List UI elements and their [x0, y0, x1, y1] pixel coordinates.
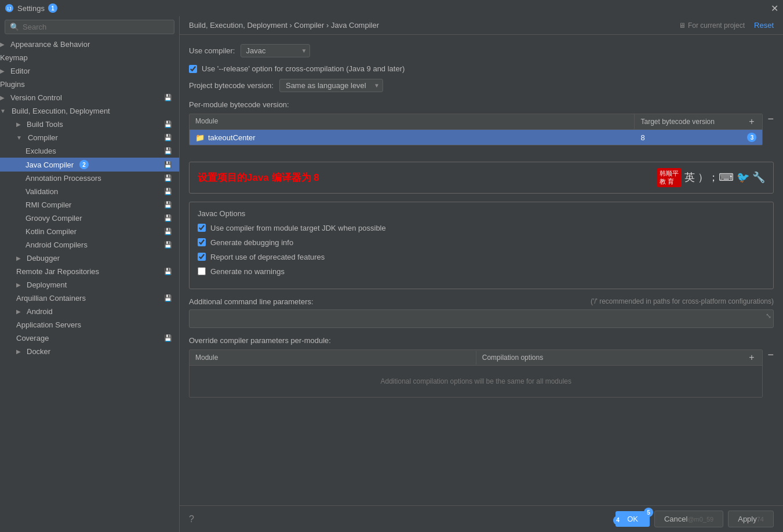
sidebar-item-build-tools[interactable]: ▶ Build Tools 💾	[0, 118, 179, 131]
sidebar-item-docker[interactable]: ▶ Docker	[0, 345, 179, 358]
generate-no-warnings-checkbox[interactable]	[198, 267, 206, 275]
sidebar-item-rmi[interactable]: RMI Compiler 💾	[0, 198, 179, 212]
sidebar-label-plugins: Plugins	[0, 80, 25, 89]
compiler-select-wrapper[interactable]: Javac Eclipse Ajc ▼	[241, 44, 310, 57]
sidebar-item-deployment[interactable]: ▶ Deployment	[0, 278, 179, 291]
use-module-target-checkbox[interactable]	[198, 224, 206, 232]
expand-arrow-docker: ▶	[16, 348, 21, 355]
annotation-text: 设置项目的Java 编译器为 8	[198, 171, 319, 184]
expand-arrow-appearance: ▶	[0, 41, 5, 48]
sidebar-item-arquillian[interactable]: Arquillian Containers 💾	[0, 291, 179, 305]
window-title: Settings	[17, 4, 45, 13]
sidebar-item-java-compiler[interactable]: Java Compiler 2 💾	[0, 158, 179, 172]
right-panel: Build, Execution, Deployment › Compiler …	[180, 16, 783, 532]
sidebar-item-build-execution[interactable]: ▼ Build, Execution, Deployment	[0, 104, 179, 118]
remove-module-button[interactable]: −	[767, 114, 774, 124]
bytecode-version-select[interactable]: Same as language level 8 11 17	[279, 79, 383, 92]
help-button[interactable]: ?	[189, 514, 194, 524]
sidebar-item-android[interactable]: ▶ Android	[0, 305, 179, 318]
apply-button[interactable]: Apply74	[728, 511, 774, 527]
sidebar-label-editor: Editor	[10, 67, 30, 75]
save-icon-android-compilers: 💾	[164, 241, 172, 249]
add-module-button[interactable]: +	[746, 117, 756, 126]
sidebar-item-annotation[interactable]: Annotation Processors 💾	[0, 172, 179, 185]
javac-section: Javac Options Use compiler from module t…	[189, 202, 774, 289]
sidebar-item-compiler[interactable]: ▼ Compiler 💾	[0, 131, 179, 144]
sidebar-item-remote-jar[interactable]: Remote Jar Repositories 💾	[0, 265, 179, 278]
expand-arrow-editor: ▶	[0, 68, 5, 74]
annotation-logo: 韩顺平教 育 英 ）；⌨ 🐦 🔧	[657, 168, 765, 187]
sidebar-label-annotation: Annotation Processors	[26, 174, 101, 183]
search-box[interactable]: 🔍	[5, 20, 174, 34]
close-button[interactable]: ✕	[771, 3, 778, 14]
module-table-header: Module Target bytecode version +	[190, 114, 762, 130]
sidebar-label-validation: Validation	[26, 187, 58, 196]
module-name: takeoutCenter	[208, 133, 256, 142]
reset-link[interactable]: Reset	[754, 21, 774, 30]
sidebar-item-groovy[interactable]: Groovy Compiler 💾	[0, 212, 179, 225]
sidebar-item-validation[interactable]: Validation 💾	[0, 185, 179, 198]
sidebar-item-android-compilers[interactable]: Android Compilers 💾	[0, 238, 179, 252]
sidebar-item-coverage[interactable]: Coverage 💾	[0, 331, 179, 345]
report-deprecated-row: Report use of deprecated features	[198, 253, 765, 261]
monitor-icon: 🖥	[679, 21, 686, 30]
sidebar-label-java-compiler: Java Compiler	[26, 161, 74, 169]
save-icon-excludes: 💾	[164, 147, 172, 155]
module-table: Module Target bytecode version + 📁 takeo…	[189, 114, 763, 145]
search-input[interactable]	[23, 23, 169, 31]
save-icon-groovy: 💾	[164, 214, 172, 222]
override-empty-text: Additional compilation options will be t…	[190, 366, 762, 397]
override-label: Override compiler parameters per-module:	[189, 336, 774, 345]
sidebar-item-keymap[interactable]: Keymap	[0, 51, 179, 64]
for-current-project: 🖥 For current project	[679, 21, 745, 30]
badge4: 4	[613, 516, 622, 525]
sidebar-item-excludes[interactable]: Excludes 💾	[0, 144, 179, 158]
cancel-button[interactable]: Cancel@m0_59	[654, 511, 723, 527]
sidebar-item-debugger[interactable]: ▶ Debugger	[0, 252, 179, 265]
sidebar-item-version-control[interactable]: ▶ Version Control 💾	[0, 91, 179, 104]
per-module-label: Per-module bytecode version:	[189, 100, 774, 109]
compiler-row: Use compiler: Javac Eclipse Ajc ▼	[189, 44, 774, 57]
compiler-select[interactable]: Javac Eclipse Ajc	[241, 44, 310, 57]
sidebar-item-editor[interactable]: ▶ Editor	[0, 64, 179, 78]
save-icon-build-tools: 💾	[164, 121, 172, 128]
module-table-row[interactable]: 📁 takeoutCenter 8 3	[190, 130, 762, 145]
panel-body: Use compiler: Javac Eclipse Ajc ▼ Use '-…	[180, 35, 783, 505]
save-icon-compiler: 💾	[164, 134, 172, 141]
bytecode-select-wrapper[interactable]: Same as language level 8 11 17 ▼	[279, 79, 383, 92]
sidebar-item-kotlin[interactable]: Kotlin Compiler 💾	[0, 225, 179, 238]
expand-arrow-build: ▼	[0, 108, 6, 114]
main-content: 🔍 ▶ Appearance & Behavior Keymap ▶ Edito…	[0, 16, 783, 532]
report-deprecated-label: Report use of deprecated features	[210, 253, 325, 261]
generate-debug-row: Generate debugging info	[198, 238, 765, 247]
javac-section-title: Javac Options	[198, 209, 765, 218]
add-override-button[interactable]: +	[746, 353, 756, 362]
panel-header: Build, Execution, Deployment › Compiler …	[180, 16, 783, 35]
search-icon: 🔍	[10, 23, 19, 31]
logo-badge: 韩顺平教 育	[657, 168, 681, 187]
title-bar: IJ Settings 1 ✕	[0, 0, 783, 16]
svg-text:IJ: IJ	[7, 6, 11, 12]
cmd-params-input[interactable]	[189, 309, 774, 328]
sidebar-label-android: Android	[27, 307, 53, 316]
release-option-checkbox[interactable]	[189, 65, 197, 73]
target-cell: 8 3	[635, 130, 762, 145]
cancel-suffix: @m0_59	[687, 516, 713, 523]
sidebar-label-build: Build, Execution, Deployment	[12, 107, 110, 115]
cmd-hint: ('/' recommended in paths for cross-plat…	[591, 297, 774, 305]
generate-debug-checkbox[interactable]	[198, 238, 206, 246]
sidebar-label-kotlin: Kotlin Compiler	[26, 227, 77, 236]
remove-override-button[interactable]: −	[767, 349, 774, 360]
sidebar-item-plugins[interactable]: Plugins	[0, 78, 179, 91]
sidebar-label-keymap: Keymap	[0, 53, 28, 62]
folder-icon: 📁	[195, 133, 205, 142]
save-icon-remote-jar: 💾	[164, 268, 172, 275]
logo-text-icons: 英 ）；⌨ 🐦 🔧	[684, 170, 765, 184]
save-icon-arquillian: 💾	[164, 294, 172, 302]
sidebar-item-appearance[interactable]: ▶ Appearance & Behavior	[0, 38, 179, 51]
module-cell: 📁 takeoutCenter	[190, 130, 635, 145]
report-deprecated-checkbox[interactable]	[198, 253, 206, 261]
expand-arrow-android: ▶	[16, 308, 21, 315]
sidebar-item-app-servers[interactable]: Application Servers	[0, 318, 179, 331]
breadcrumb: Build, Execution, Deployment › Compiler …	[189, 21, 379, 30]
